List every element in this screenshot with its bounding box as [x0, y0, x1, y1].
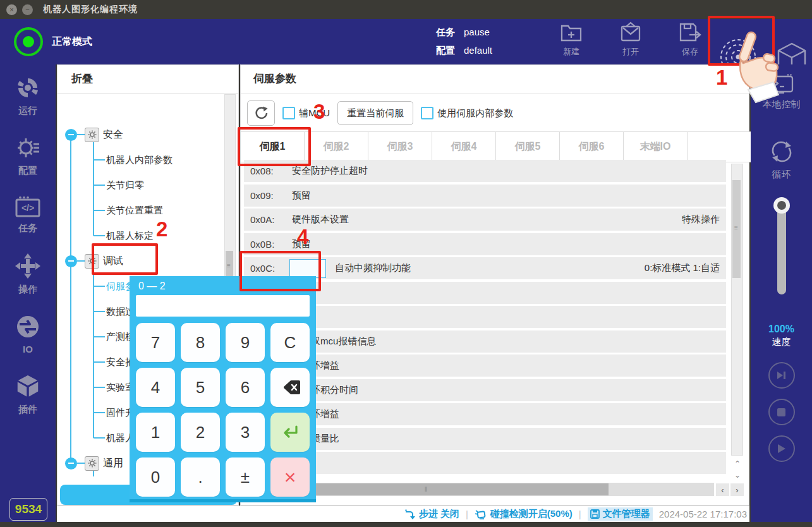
annotation-number-2: 2: [156, 217, 167, 241]
table-row[interactable]: 显示双mcu报错信息: [244, 330, 726, 353]
table-row[interactable]: 位置环增益: [244, 403, 726, 425]
sidebar-item-label: 操作: [18, 284, 37, 296]
collapse-tree-button[interactable]: 折叠: [58, 65, 238, 94]
step-mode-indicator[interactable]: 步进 关闭: [404, 508, 459, 520]
vertical-scrollbar-thumb[interactable]: [732, 180, 741, 278]
open-button[interactable]: 打开: [615, 21, 646, 58]
keypad-key-4[interactable]: 4: [136, 368, 175, 407]
keypad-key-C[interactable]: C: [270, 323, 310, 362]
tab-伺服4[interactable]: 伺服4: [432, 132, 496, 162]
keypad-key-backspace[interactable]: [270, 368, 310, 407]
speed-slider-handle[interactable]: [773, 197, 790, 214]
tab-伺服3[interactable]: 伺服3: [368, 132, 432, 162]
close-icon[interactable]: ×: [6, 4, 17, 15]
play-button[interactable]: [768, 435, 795, 462]
keypad-key-2[interactable]: 2: [181, 413, 220, 452]
tree-group-安全[interactable]: 安全: [65, 122, 123, 147]
scroll-down-icon[interactable]: ⌄: [733, 471, 742, 480]
tab-伺服6[interactable]: 伺服6: [560, 132, 624, 162]
sidebar-item-任务[interactable]: </>任务: [15, 196, 40, 234]
table-row[interactable]: 速度环积分时间: [244, 379, 726, 401]
tree-item-数据过[interactable]: 数据过: [94, 299, 135, 324]
tab-伺服5[interactable]: 伺服5: [496, 132, 560, 162]
keypad-key-6[interactable]: 6: [226, 368, 265, 407]
task-icon: </>: [15, 196, 40, 219]
action-label: 打开: [622, 46, 639, 58]
svg-text:</>: </>: [21, 203, 34, 213]
keypad-key-8[interactable]: 8: [181, 323, 220, 362]
sidebar-item-运行[interactable]: 运行: [16, 76, 40, 117]
table-row[interactable]: 速度环增益: [244, 354, 726, 377]
tree-item-关节位置重置[interactable]: 关节位置重置: [94, 198, 163, 223]
keypad-key-7[interactable]: 7: [136, 323, 175, 362]
sidebar-item-操作[interactable]: 操作: [15, 253, 40, 296]
collapse-icon[interactable]: [65, 255, 77, 267]
step-run-button[interactable]: [768, 362, 795, 389]
io-icon: [16, 315, 40, 341]
servo-tabs: 伺服1伺服2伺服3伺服4伺服5伺服6末端IO: [241, 131, 751, 162]
stop-button[interactable]: [768, 399, 795, 425]
scroll-left-icon[interactable]: ‹: [716, 483, 729, 496]
tree-item-label: 关节归零: [106, 179, 144, 191]
table-row[interactable]: 预留: [244, 306, 726, 328]
keypad-key-enter[interactable]: [270, 413, 310, 452]
table-vertical-scrollbar[interactable]: [731, 164, 743, 456]
play-icon: [777, 444, 786, 454]
table-row[interactable]: 预留: [244, 452, 726, 474]
collapse-icon[interactable]: [65, 129, 77, 141]
tree-item-机器人[interactable]: 机器人: [94, 425, 135, 451]
minimize-icon[interactable]: −: [22, 4, 33, 15]
tree-item-实验室[interactable]: 实验室: [94, 375, 135, 400]
config-value: default: [464, 45, 492, 56]
table-row[interactable]: 转动惯量比: [244, 428, 726, 450]
collapse-icon[interactable]: [65, 457, 77, 469]
collision-indicator[interactable]: 碰撞检测开启(50%): [475, 508, 573, 520]
keypad-key-close[interactable]: ×: [270, 457, 310, 497]
table-row[interactable]: 0x08:安全防护停止超时: [244, 160, 726, 182]
annotation-number-4: 4: [297, 225, 308, 249]
table-row[interactable]: 0x0A:硬件版本设置特殊操作: [244, 209, 726, 231]
keypad-key-1[interactable]: 1: [136, 413, 175, 452]
keypad-key-.[interactable]: .: [181, 457, 220, 497]
right-sidebar: 本地控制 循环 100% 速度: [751, 64, 812, 522]
keypad-key-9[interactable]: 9: [226, 323, 265, 362]
speed-label: 速度: [772, 336, 791, 348]
tree-group-通用[interactable]: 通用: [65, 451, 123, 476]
header-bar: 正常模式 任务pause 配置default 新建打开保存: [0, 19, 812, 64]
window-title: 机器人图形化编程环境: [43, 4, 138, 15]
reset-servo-button[interactable]: 重置当前伺服: [337, 101, 413, 125]
sidebar-item-配置[interactable]: 配置: [15, 136, 40, 177]
sidebar-item-插件[interactable]: 插件: [16, 373, 40, 416]
page-title: 伺服参数: [253, 71, 296, 86]
app-window: × − 机器人图形化编程环境 正常模式 任务pause 配置default 新建…: [0, 0, 812, 527]
use-internal-checkbox[interactable]: 使用伺服内部参数: [421, 107, 513, 119]
keypad-key-5[interactable]: 5: [181, 368, 220, 407]
tree-item-关节归零[interactable]: 关节归零: [94, 173, 144, 198]
loop-button[interactable]: 循环: [768, 138, 795, 181]
scroll-right-icon[interactable]: ›: [730, 483, 744, 496]
file-manager-button[interactable]: 文件管理器: [588, 507, 653, 521]
table-row[interactable]: 0x09:预留: [244, 185, 726, 207]
task-label: 任务: [436, 27, 455, 37]
keypad-key-3[interactable]: 3: [226, 413, 265, 452]
speed-slider[interactable]: [777, 200, 786, 294]
refresh-button[interactable]: [247, 100, 275, 126]
tree-item-安全抱[interactable]: 安全抱: [94, 349, 135, 375]
tree-item-机器人内部参数[interactable]: 机器人内部参数: [94, 147, 173, 173]
keypad-input[interactable]: [136, 295, 310, 317]
tab-末端IO[interactable]: 末端IO: [624, 132, 688, 162]
sidebar-item-IO[interactable]: IO: [16, 315, 40, 354]
save-button[interactable]: 保存: [675, 21, 705, 58]
scroll-up-icon[interactable]: ⌃: [733, 459, 742, 468]
tree-group-label: 通用: [103, 457, 123, 470]
tab-伺服2[interactable]: 伺服2: [305, 132, 368, 162]
tree-item-产测模[interactable]: 产测模: [94, 324, 135, 349]
sidebar-item-label: 配置: [18, 165, 37, 177]
file-manager-label: 文件管理器: [603, 508, 650, 520]
tree-item-固件升[interactable]: 固件升: [94, 400, 135, 425]
keypad-key-±[interactable]: ±: [226, 457, 265, 497]
skip-icon: [777, 371, 787, 380]
new-button[interactable]: 新建: [556, 21, 586, 58]
run-icon: [16, 76, 40, 102]
keypad-key-0[interactable]: 0: [136, 457, 175, 497]
